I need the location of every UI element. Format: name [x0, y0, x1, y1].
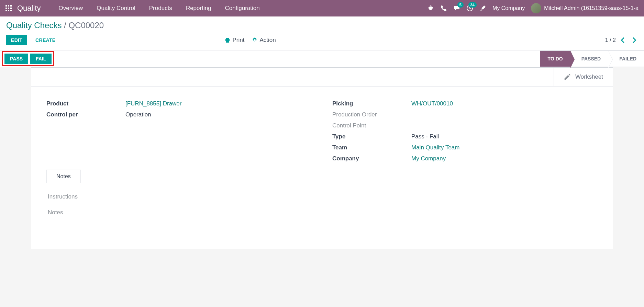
- picking-label: Picking: [332, 100, 411, 107]
- create-button[interactable]: Create: [31, 35, 60, 45]
- control-point-label: Control Point: [332, 122, 411, 129]
- activity-badge: 34: [468, 2, 477, 8]
- notes-label: Notes: [48, 209, 596, 216]
- nav-quality-control[interactable]: Quality Control: [90, 0, 142, 16]
- production-order-label: Production Order: [332, 111, 411, 118]
- pager-next-icon[interactable]: [630, 36, 638, 44]
- type-value: Pass - Fail: [411, 133, 439, 140]
- svg-rect-4: [8, 8, 9, 9]
- team-label: Team: [332, 144, 411, 151]
- nav-products[interactable]: Products: [142, 0, 179, 16]
- svg-rect-1: [8, 5, 9, 7]
- breadcrumb-current: QC00020: [68, 21, 104, 30]
- apps-icon[interactable]: [5, 5, 12, 11]
- picking-value[interactable]: WH/OUT/00010: [411, 100, 453, 107]
- svg-rect-7: [8, 10, 9, 11]
- company-value[interactable]: My Company: [411, 155, 446, 162]
- user-menu[interactable]: Mitchell Admin (16151359-saas-15-1-a: [531, 3, 639, 13]
- status-failed[interactable]: Failed: [608, 50, 644, 67]
- control-per-value: Operation: [125, 111, 151, 118]
- avatar: [531, 3, 541, 13]
- pencil-icon: [564, 73, 571, 81]
- phone-icon[interactable]: [440, 5, 447, 12]
- bug-icon[interactable]: [427, 5, 434, 12]
- messages-icon[interactable]: 5: [453, 5, 460, 12]
- svg-rect-6: [5, 10, 7, 11]
- main-nav: Overview Quality Control Products Report…: [52, 0, 266, 16]
- action-button[interactable]: Action: [252, 37, 276, 44]
- breadcrumb-parent[interactable]: Quality Checks: [6, 21, 62, 30]
- app-brand[interactable]: Quality: [17, 4, 41, 13]
- pager-prev-icon[interactable]: [619, 36, 627, 44]
- product-value[interactable]: [FURN_8855] Drawer: [125, 100, 181, 107]
- type-label: Type: [332, 133, 411, 140]
- tab-notes[interactable]: Notes: [46, 170, 81, 183]
- pass-fail-highlight: Pass Fail: [2, 51, 54, 66]
- instructions-label: Instructions: [48, 193, 596, 200]
- clock-icon[interactable]: 34: [466, 5, 473, 12]
- breadcrumb: Quality Checks / QC00020: [6, 21, 638, 30]
- status-passed[interactable]: Passed: [570, 50, 609, 67]
- nav-reporting[interactable]: Reporting: [179, 0, 218, 16]
- company-label: Company: [332, 155, 411, 162]
- print-button[interactable]: Print: [225, 37, 244, 44]
- worksheet-button[interactable]: Worksheet: [554, 68, 613, 86]
- company-name[interactable]: My Company: [492, 5, 525, 11]
- tools-icon[interactable]: [479, 5, 486, 12]
- svg-rect-5: [10, 8, 12, 9]
- svg-rect-2: [10, 5, 12, 7]
- svg-rect-8: [10, 10, 12, 11]
- svg-rect-3: [5, 8, 7, 9]
- nav-configuration[interactable]: Configuration: [218, 0, 267, 16]
- edit-button[interactable]: Edit: [6, 35, 27, 45]
- pager-text: 1 / 2: [605, 37, 616, 43]
- svg-rect-0: [5, 5, 7, 7]
- nav-overview[interactable]: Overview: [52, 0, 90, 16]
- control-per-label: Control per: [46, 111, 125, 118]
- user-name: Mitchell Admin (16151359-saas-15-1-a: [544, 5, 639, 11]
- team-value[interactable]: Main Quality Team: [411, 144, 459, 151]
- pass-button[interactable]: Pass: [4, 54, 28, 64]
- fail-button[interactable]: Fail: [30, 54, 52, 64]
- status-bar: To Do Passed Failed: [540, 50, 644, 67]
- status-todo[interactable]: To Do: [540, 50, 570, 67]
- product-label: Product: [46, 100, 125, 107]
- messages-badge: 5: [457, 2, 464, 8]
